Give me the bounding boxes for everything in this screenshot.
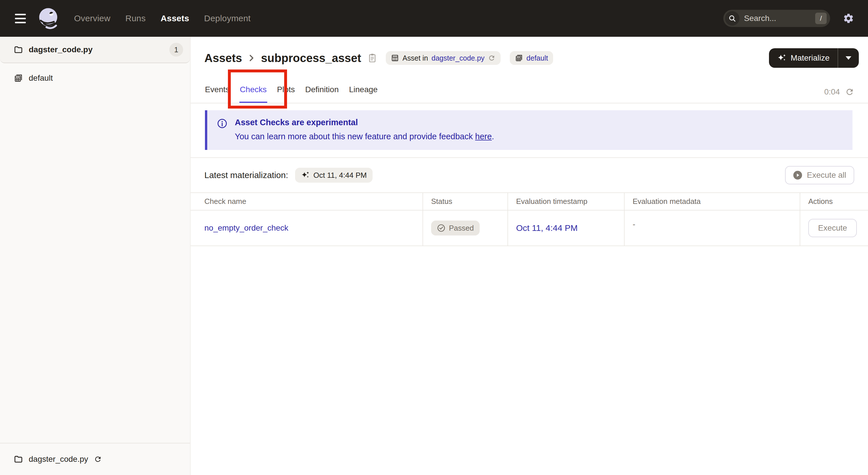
tab-events[interactable]: Events: [205, 85, 230, 103]
tab-plots[interactable]: Plots: [276, 85, 296, 103]
cell-check-name: no_empty_order_check: [191, 210, 423, 245]
column-header-evaluation-metadata: Evaluation metadata: [624, 193, 800, 210]
asset-group-link[interactable]: default: [526, 54, 548, 62]
asset-tag-prefix: Asset in: [402, 54, 428, 62]
checks-table-header: Check name Status Evaluation timestamp E…: [191, 192, 868, 210]
table-icon: [515, 54, 523, 62]
asset-location-tag: Asset in dagster_code.py: [386, 51, 501, 65]
cell-evaluation-timestamp: Oct 11, 4:44 PM: [507, 210, 624, 245]
asset-detail-main: Assets subprocess_asset Asset in dagster…: [191, 37, 868, 475]
breadcrumb: Assets subprocess_asset: [205, 52, 361, 65]
hamburger-menu-button[interactable]: [14, 11, 27, 26]
latest-materialization-label: Latest materialization:: [205, 170, 288, 180]
search-input[interactable]: [744, 14, 811, 23]
asset-header: Assets subprocess_asset Asset in dagster…: [191, 37, 868, 68]
column-header-evaluation-timestamp: Evaluation timestamp: [507, 193, 624, 210]
dagster-logo[interactable]: [36, 6, 60, 30]
page-title: subprocess_asset: [261, 52, 361, 65]
checks-table: Check name Status Evaluation timestamp E…: [191, 192, 868, 246]
sidebar-item-label: dagster_code.py: [29, 45, 164, 54]
copy-asset-name-button[interactable]: [368, 53, 377, 63]
tab-checks[interactable]: Checks: [239, 85, 267, 103]
tab-definition[interactable]: Definition: [305, 85, 339, 103]
materialize-split-button: Materialize: [769, 48, 859, 68]
refresh-icon: [94, 455, 102, 463]
execute-check-button[interactable]: Execute: [808, 219, 857, 237]
nav-item-assets[interactable]: Assets: [160, 13, 189, 23]
table-icon: [391, 54, 399, 62]
column-header-status: Status: [423, 193, 507, 210]
global-search: /: [723, 10, 830, 27]
top-navigation-bar: Overview Runs Assets Deployment /: [0, 0, 868, 37]
settings-button[interactable]: [843, 12, 854, 24]
reload-code-location-button[interactable]: [94, 455, 102, 463]
sidebar-item-group-default[interactable]: default: [0, 68, 190, 88]
dagster-logo-icon: [36, 6, 60, 30]
refresh-icon: [488, 54, 495, 62]
latest-materialization-row: Latest materialization: Oct 11, 4:44 PM …: [191, 158, 868, 192]
sidebar-footer-code-location[interactable]: dagster_code.py: [0, 443, 190, 475]
nav-item-deployment[interactable]: Deployment: [204, 13, 251, 23]
banner-title: Asset Checks are experimental: [235, 118, 494, 127]
asset-tabs: Events Checks Plots Definition Lineage 0…: [191, 68, 868, 103]
asset-count-badge: 1: [169, 43, 183, 57]
check-name-link[interactable]: no_empty_order_check: [205, 224, 288, 233]
refresh-definition-button[interactable]: [488, 54, 495, 62]
status-label: Passed: [449, 224, 474, 233]
table-row: no_empty_order_check Passed Oct 11, 4:44…: [191, 210, 868, 246]
primary-nav: Overview Runs Assets Deployment: [74, 13, 251, 23]
experimental-banner: Asset Checks are experimental You can le…: [205, 110, 852, 150]
breadcrumb-assets-link[interactable]: Assets: [205, 52, 242, 65]
gear-icon: [843, 12, 854, 24]
cell-status: Passed: [423, 210, 507, 245]
feedback-link[interactable]: here: [475, 132, 492, 141]
refresh-icon: [845, 87, 854, 96]
banner-body-text: You can learn more about this new featur…: [235, 132, 475, 141]
execute-all-label: Execute all: [807, 171, 846, 180]
banner-suffix: .: [492, 132, 494, 141]
sidebar-item-label: default: [29, 73, 53, 83]
search-shortcut-badge: /: [815, 12, 827, 24]
asset-group-tag: default: [510, 51, 553, 65]
refresh-page-button[interactable]: [845, 87, 854, 96]
check-circle-icon: [437, 224, 445, 232]
sidebar-item-code-location[interactable]: dagster_code.py 1: [0, 37, 190, 63]
latest-materialization-value: Oct 11, 4:44 PM: [313, 171, 367, 180]
asset-group-icon: [14, 73, 23, 83]
status-badge: Passed: [431, 220, 479, 236]
column-header-check-name: Check name: [191, 193, 423, 210]
clipboard-icon: [368, 53, 377, 63]
page-layout: dagster_code.py 1 default dagster_code.p…: [0, 37, 868, 475]
column-header-actions: Actions: [800, 193, 868, 210]
dagster-app: Overview Runs Assets Deployment / dagste…: [0, 0, 868, 475]
tab-lineage[interactable]: Lineage: [348, 85, 378, 103]
tab-list: Events Checks Plots Definition Lineage: [205, 85, 378, 103]
sparkle-icon: [301, 171, 309, 179]
sparkle-icon: [777, 53, 786, 63]
chevron-right-icon: [248, 54, 255, 62]
materialize-dropdown-button[interactable]: [838, 48, 859, 68]
refresh-timer: 0:04: [825, 87, 855, 103]
folder-icon: [14, 45, 23, 54]
cell-evaluation-metadata: -: [624, 210, 800, 245]
execute-all-button[interactable]: Execute all: [785, 166, 854, 184]
asset-sidebar: dagster_code.py 1 default dagster_code.p…: [0, 37, 191, 475]
latest-materialization-tag[interactable]: Oct 11, 4:44 PM: [295, 168, 373, 183]
info-icon: [217, 118, 227, 141]
search-icon: [725, 11, 739, 26]
folder-icon: [14, 455, 23, 464]
nav-item-overview[interactable]: Overview: [74, 13, 111, 23]
timer-value: 0:04: [825, 87, 840, 96]
evaluation-timestamp-link[interactable]: Oct 11, 4:44 PM: [516, 223, 578, 233]
nav-item-runs[interactable]: Runs: [125, 13, 146, 23]
materialize-label: Materialize: [791, 53, 830, 63]
sidebar-footer-label: dagster_code.py: [29, 455, 88, 464]
caret-down-icon: [846, 56, 851, 60]
banner-content: Asset Checks are experimental You can le…: [235, 118, 494, 141]
banner-body: You can learn more about this new featur…: [235, 132, 494, 141]
play-circle-icon: [793, 171, 802, 180]
materialize-button[interactable]: Materialize: [769, 48, 838, 68]
cell-actions: Execute: [800, 210, 868, 245]
asset-code-location-link[interactable]: dagster_code.py: [431, 54, 485, 62]
